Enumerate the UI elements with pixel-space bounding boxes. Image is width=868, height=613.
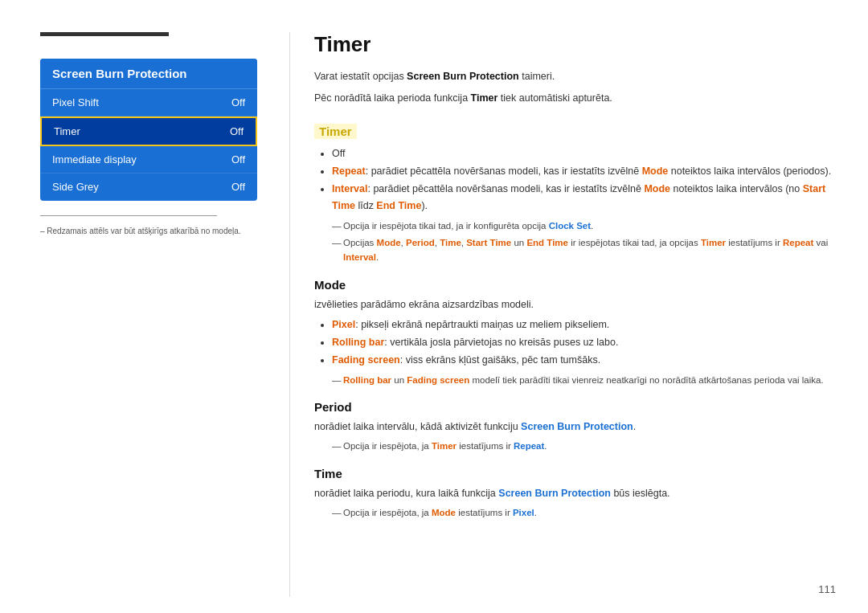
note-clock-set: Opcija ir iespējota tikai tad, ja ir kon… [332,219,836,233]
mode-intro: izvēlieties parādāmo ekrāna aizsardzības… [314,296,836,313]
menu-title: Screen Burn Protection [40,59,257,89]
note-period: Opcija ir iespējota, ja Timer iestatījum… [332,439,836,453]
bullet-repeat: Repeat: parādiet pēcattēla novēršanas mo… [332,163,836,180]
menu-item-label: Timer [54,125,80,137]
bullet-off: Off [332,145,836,162]
section-mode-heading: Mode [314,278,836,292]
timer-bullets: Off Repeat: parādiet pēcattēla novēršana… [332,145,836,215]
menu-item-label: Pixel Shift [52,96,99,108]
note-time: Opcija ir iespējota, ja Mode iestatījums… [332,505,836,520]
intro-text-1: Varat iestatīt opcijas Screen Burn Prote… [314,68,836,85]
bullet-interval: Interval: parādiet pēcattēla novēršanas … [332,181,836,215]
menu-item-value: Off [231,181,245,193]
page-title: Timer [314,32,836,57]
menu-item-pixel-shift[interactable]: Pixel ShiftOff [40,89,257,116]
menu-item-side-grey[interactable]: Side GreyOff [40,174,257,201]
section-time-heading: Time [314,467,836,480]
left-panel: Screen Burn Protection Pixel ShiftOffTim… [0,32,289,597]
menu-item-immediate-display[interactable]: Immediate displayOff [40,146,257,174]
menu-item-value: Off [231,96,245,108]
bullet-pixel: Pixel: pikseļi ekrānā nepārtraukti maiņa… [332,317,836,333]
menu-item-label: Immediate display [52,153,137,166]
page-number: 111 [818,583,836,595]
right-panel: Timer Varat iestatīt opcijas Screen Burn… [289,32,868,597]
note-rolling-fading: Rolling bar un Fading screen modelī tiek… [332,373,836,387]
top-bar-decoration [40,32,169,36]
menu-item-value: Off [230,125,244,137]
section-timer-heading: Timer [314,124,357,139]
menu-item-timer[interactable]: TimerOff [40,116,257,146]
section-period-heading: Period [314,400,836,414]
period-text: norādiet laika intervālu, kādā aktivizēt… [314,419,836,435]
time-text: norādiet laika periodu, kura laikā funkc… [314,485,836,502]
bullet-fading-screen: Fading screen: viss ekrāns kļūst gaišāks… [332,352,836,369]
footnote: – Redzamais attēls var būt atšķirīgs atk… [40,226,249,237]
intro-text-2: Pēc norādītā laika perioda funkcija Time… [314,90,836,107]
menu-item-label: Side Grey [52,181,99,193]
screen-burn-menu: Screen Burn Protection Pixel ShiftOffTim… [40,59,257,201]
note-timer-repeat: Opcijas Mode, Period, Time, Start Time u… [332,235,836,265]
mode-bullets: Pixel: pikseļi ekrānā nepārtraukti maiņa… [332,317,836,370]
menu-item-value: Off [231,153,245,166]
bullet-rolling-bar: Rolling bar: vertikāla josla pārvietojas… [332,334,836,351]
divider [40,215,217,216]
